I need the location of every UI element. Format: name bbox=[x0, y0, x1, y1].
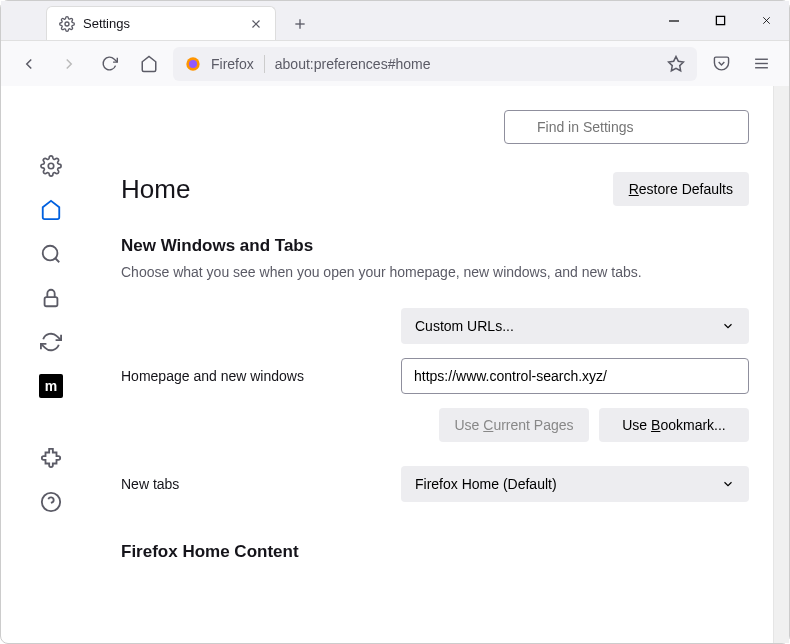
toolbar: Firefox about:preferences#home bbox=[1, 41, 789, 86]
svg-line-17 bbox=[55, 258, 59, 262]
svg-rect-18 bbox=[45, 297, 58, 306]
svg-rect-6 bbox=[716, 16, 724, 24]
minimize-button[interactable] bbox=[651, 1, 697, 41]
tabs-area: Settings bbox=[1, 1, 651, 40]
settings-sidebar: m bbox=[1, 86, 101, 643]
sidebar-item-sync[interactable] bbox=[31, 322, 71, 362]
sidebar-item-home[interactable] bbox=[31, 190, 71, 230]
content-area: m Home Restore Defaults New Windows and … bbox=[1, 86, 789, 643]
pocket-icon[interactable] bbox=[705, 48, 737, 80]
svg-point-15 bbox=[48, 163, 54, 169]
restore-defaults-button[interactable]: Restore Defaults bbox=[613, 172, 749, 206]
section-title-windows-tabs: New Windows and Tabs bbox=[121, 236, 749, 256]
close-window-button[interactable] bbox=[743, 1, 789, 41]
sidebar-item-more[interactable]: m bbox=[31, 366, 71, 406]
bookmark-star-icon[interactable] bbox=[667, 55, 685, 73]
use-current-pages-button[interactable]: Use Current Pages bbox=[439, 408, 589, 442]
gear-icon bbox=[59, 16, 75, 32]
use-bookmark-button[interactable]: Use Bookmark... bbox=[599, 408, 749, 442]
svg-point-16 bbox=[43, 246, 58, 261]
new-tab-button[interactable] bbox=[284, 8, 316, 40]
tab-settings[interactable]: Settings bbox=[46, 6, 276, 40]
title-bar: Settings bbox=[1, 1, 789, 41]
sidebar-item-general[interactable] bbox=[31, 146, 71, 186]
select-value: Firefox Home (Default) bbox=[415, 476, 557, 492]
forward-button[interactable] bbox=[53, 48, 85, 80]
separator bbox=[264, 55, 265, 73]
svg-point-0 bbox=[65, 22, 69, 26]
chevron-down-icon bbox=[721, 319, 735, 333]
close-icon[interactable] bbox=[249, 17, 263, 31]
section-description: Choose what you see when you open your h… bbox=[121, 264, 749, 280]
homepage-label: Homepage and new windows bbox=[121, 368, 401, 384]
sidebar-item-extensions[interactable] bbox=[31, 438, 71, 478]
svg-marker-11 bbox=[669, 56, 684, 70]
window-controls bbox=[651, 1, 789, 41]
vertical-scrollbar[interactable] bbox=[773, 86, 789, 643]
sidebar-item-help[interactable] bbox=[31, 482, 71, 522]
page-title: Home bbox=[121, 174, 190, 205]
tab-title: Settings bbox=[83, 16, 249, 31]
reload-button[interactable] bbox=[93, 48, 125, 80]
maximize-button[interactable] bbox=[697, 1, 743, 41]
back-button[interactable] bbox=[13, 48, 45, 80]
sidebar-item-privacy[interactable] bbox=[31, 278, 71, 318]
newtabs-select[interactable]: Firefox Home (Default) bbox=[401, 466, 749, 502]
app-menu-icon[interactable] bbox=[745, 48, 777, 80]
main-panel: Home Restore Defaults New Windows and Ta… bbox=[101, 86, 789, 643]
url-bar[interactable]: Firefox about:preferences#home bbox=[173, 47, 697, 81]
identity-label: Firefox bbox=[211, 56, 254, 72]
homepage-mode-select[interactable]: Custom URLs... bbox=[401, 308, 749, 344]
settings-search-input[interactable] bbox=[504, 110, 749, 144]
home-button[interactable] bbox=[133, 48, 165, 80]
newtabs-label: New tabs bbox=[121, 476, 401, 492]
url-text: about:preferences#home bbox=[275, 56, 657, 72]
firefox-logo-icon bbox=[185, 56, 201, 72]
chevron-down-icon bbox=[721, 477, 735, 491]
homepage-url-input[interactable] bbox=[401, 358, 749, 394]
section-title-home-content: Firefox Home Content bbox=[121, 542, 749, 562]
select-value: Custom URLs... bbox=[415, 318, 514, 334]
sidebar-item-search[interactable] bbox=[31, 234, 71, 274]
svg-point-10 bbox=[189, 60, 197, 68]
m-logo-icon: m bbox=[39, 374, 63, 398]
